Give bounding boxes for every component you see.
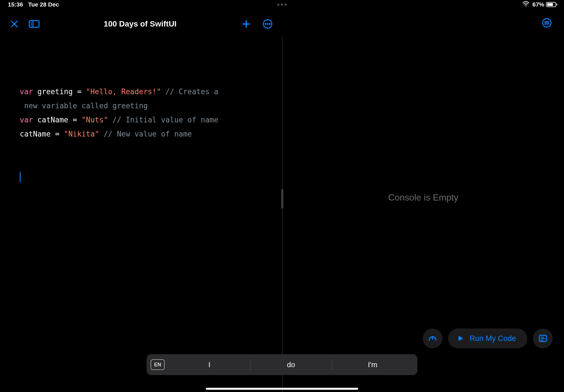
- svg-point-4: [31, 24, 32, 25]
- keyboard-language-chip[interactable]: EN: [151, 359, 165, 370]
- console-pane: Console is Empty Run My Code: [283, 37, 564, 392]
- code-string: "Hello, Readers!": [86, 87, 161, 96]
- suggestion-3[interactable]: I'm: [332, 354, 413, 375]
- status-date: Tue 28 Dec: [28, 1, 59, 8]
- code-keyword: var: [20, 87, 33, 96]
- page-title: 100 Days of SwiftUI: [40, 19, 240, 28]
- code-content[interactable]: var greeting = "Hello, Readers!" // Crea…: [20, 71, 262, 155]
- results-panel-icon[interactable]: [533, 329, 553, 348]
- suggestion-1[interactable]: I: [169, 354, 250, 375]
- console-empty-label: Console is Empty: [388, 192, 459, 203]
- editor-toolbar: 100 Days of SwiftUI: [0, 11, 282, 37]
- code-editor[interactable]: var greeting = "Hello, Readers!" // Crea…: [0, 37, 282, 392]
- play-icon: [457, 334, 464, 342]
- svg-point-5: [31, 25, 32, 26]
- svg-point-7: [265, 23, 266, 25]
- speed-gauge-icon[interactable]: [423, 329, 442, 348]
- run-button[interactable]: Run My Code: [448, 329, 527, 348]
- close-icon[interactable]: [8, 18, 20, 30]
- run-button-label: Run My Code: [470, 334, 516, 343]
- battery-percent: 67%: [532, 1, 544, 8]
- status-time: 15:36: [8, 1, 23, 8]
- status-bar: 15:36 Tue 28 Dec 67%: [0, 0, 564, 9]
- svg-point-8: [267, 23, 268, 25]
- battery-icon: [546, 2, 556, 7]
- suggestion-2[interactable]: do: [250, 354, 332, 375]
- svg-point-0: [525, 5, 526, 6]
- more-options-icon[interactable]: [262, 18, 274, 30]
- svg-point-3: [31, 22, 32, 23]
- text-cursor: [20, 172, 21, 182]
- multitask-indicator-icon[interactable]: [277, 4, 287, 6]
- home-indicator[interactable]: [206, 388, 358, 390]
- add-icon[interactable]: [240, 18, 252, 30]
- console-options-icon[interactable]: [541, 17, 553, 29]
- sidebar-toggle-icon[interactable]: [28, 18, 40, 30]
- wifi-icon: [522, 0, 530, 9]
- keyboard-suggestion-bar: EN I do I'm: [147, 354, 417, 375]
- svg-point-9: [269, 23, 270, 25]
- code-comment: // Creates a: [161, 87, 219, 96]
